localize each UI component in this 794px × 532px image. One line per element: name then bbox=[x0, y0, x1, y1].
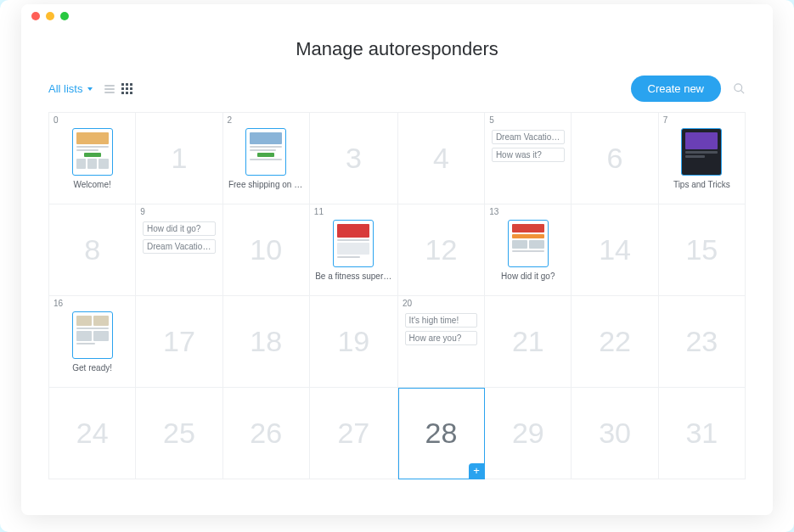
email-caption: How did it go? bbox=[501, 272, 555, 281]
window-titlebar bbox=[21, 4, 773, 28]
add-autoresponder-button[interactable]: + bbox=[469, 463, 484, 479]
day-cell-11[interactable]: 11 Be a fitness supers… bbox=[310, 204, 398, 296]
day-number: 30 bbox=[599, 417, 631, 450]
day-number: 28 bbox=[425, 417, 458, 450]
day-number: 6 bbox=[607, 142, 623, 175]
day-cell-4[interactable]: 4 bbox=[398, 113, 485, 204]
day-cell-5[interactable]: 5 Dream Vacatio… How was it? bbox=[485, 113, 572, 204]
day-number: 23 bbox=[685, 325, 718, 358]
day-number: 12 bbox=[425, 233, 458, 266]
email-caption: Welcome! bbox=[73, 180, 110, 189]
close-window-dot[interactable] bbox=[31, 12, 40, 20]
day-number: 10 bbox=[250, 233, 282, 266]
page-title: Manage autoresponders bbox=[21, 38, 773, 60]
minimize-window-dot[interactable] bbox=[46, 12, 54, 20]
grid-view-icon[interactable] bbox=[121, 83, 132, 94]
svg-line-1 bbox=[741, 90, 744, 93]
search-icon[interactable] bbox=[733, 82, 746, 95]
email-pill[interactable]: How was it? bbox=[492, 148, 565, 162]
day-index: 5 bbox=[489, 115, 494, 125]
day-number: 8 bbox=[84, 233, 100, 266]
day-number: 15 bbox=[685, 233, 718, 266]
email-thumbnail[interactable] bbox=[508, 220, 549, 267]
email-thumbnail[interactable] bbox=[681, 128, 722, 176]
day-cell-22[interactable]: 22 bbox=[572, 296, 658, 388]
email-pill[interactable]: It's high time! bbox=[405, 313, 478, 328]
day-cell-30[interactable]: 30 bbox=[572, 388, 658, 479]
day-cell-6[interactable]: 6 bbox=[572, 113, 658, 204]
day-number: 27 bbox=[337, 417, 369, 450]
day-cell-12[interactable]: 12 bbox=[398, 204, 485, 296]
autoresponder-calendar: 0 Welcome! 1 2 bbox=[48, 112, 746, 479]
email-pill[interactable]: Dream Vacatio… bbox=[492, 130, 565, 144]
day-number: 19 bbox=[337, 325, 369, 358]
day-cell-25[interactable]: 25 bbox=[136, 388, 222, 479]
day-index: 0 bbox=[53, 115, 59, 125]
day-number: 4 bbox=[433, 142, 449, 175]
day-cell-10[interactable]: 10 bbox=[223, 204, 310, 296]
day-index: 20 bbox=[403, 299, 412, 308]
maximize-window-dot[interactable] bbox=[60, 12, 69, 20]
day-number: 29 bbox=[512, 417, 544, 450]
day-cell-19[interactable]: 19 bbox=[310, 296, 398, 388]
email-thumbnail[interactable] bbox=[72, 128, 113, 176]
day-index: 13 bbox=[489, 207, 498, 216]
day-index: 7 bbox=[663, 115, 668, 125]
email-pill[interactable]: How are you? bbox=[405, 331, 478, 345]
day-index: 9 bbox=[140, 207, 145, 216]
day-cell-8[interactable]: 8 bbox=[49, 204, 136, 296]
day-cell-20[interactable]: 20 It's high time! How are you? bbox=[398, 296, 485, 388]
list-view-icon[interactable] bbox=[104, 85, 115, 93]
day-number: 14 bbox=[599, 233, 631, 266]
day-number: 18 bbox=[250, 325, 282, 358]
email-pill[interactable]: Dream Vacatio… bbox=[143, 239, 216, 254]
view-toggle-group bbox=[104, 83, 132, 94]
day-number: 3 bbox=[346, 142, 362, 175]
email-thumbnail[interactable] bbox=[245, 128, 286, 176]
svg-point-0 bbox=[735, 84, 742, 92]
day-number: 17 bbox=[163, 325, 195, 358]
day-cell-17[interactable]: 17 bbox=[136, 296, 222, 388]
day-cell-28-selected[interactable]: 28 + bbox=[398, 388, 485, 479]
day-cell-16[interactable]: 16 Get ready! bbox=[49, 296, 136, 388]
chevron-down-icon bbox=[87, 87, 93, 91]
day-cell-26[interactable]: 26 bbox=[223, 388, 310, 479]
day-index: 11 bbox=[314, 207, 324, 216]
list-filter-dropdown[interactable]: All lists bbox=[48, 82, 93, 95]
day-number: 1 bbox=[171, 142, 187, 175]
day-cell-14[interactable]: 14 bbox=[572, 204, 658, 296]
day-cell-1[interactable]: 1 bbox=[136, 113, 222, 204]
email-thumbnail[interactable] bbox=[72, 311, 113, 359]
day-number: 26 bbox=[250, 417, 282, 450]
email-thumbnail[interactable] bbox=[333, 220, 374, 267]
list-filter-label: All lists bbox=[48, 82, 82, 95]
day-cell-31[interactable]: 31 bbox=[659, 388, 746, 479]
day-cell-18[interactable]: 18 bbox=[223, 296, 310, 388]
toolbar: All lists Create new bbox=[21, 76, 773, 112]
create-new-button[interactable]: Create new bbox=[631, 76, 721, 102]
day-cell-29[interactable]: 29 bbox=[485, 388, 572, 479]
email-caption: Be a fitness supers… bbox=[315, 272, 391, 281]
email-pill[interactable]: How did it go? bbox=[143, 221, 216, 236]
day-cell-0[interactable]: 0 Welcome! bbox=[49, 113, 136, 204]
day-cell-2[interactable]: 2 Free shipping on o… bbox=[223, 113, 310, 204]
day-cell-21[interactable]: 21 bbox=[485, 296, 572, 388]
day-cell-23[interactable]: 23 bbox=[659, 296, 746, 388]
day-cell-27[interactable]: 27 bbox=[310, 388, 398, 479]
day-index: 16 bbox=[53, 299, 63, 308]
day-number: 22 bbox=[599, 325, 631, 358]
email-caption: Get ready! bbox=[72, 363, 112, 372]
email-caption: Free shipping on o… bbox=[228, 180, 304, 189]
day-cell-3[interactable]: 3 bbox=[310, 113, 398, 204]
app-window: Manage autoresponders All lists Create n… bbox=[21, 4, 773, 515]
day-number: 25 bbox=[163, 417, 195, 450]
day-cell-7[interactable]: 7 Tips and Tricks bbox=[659, 113, 746, 204]
day-number: 21 bbox=[512, 325, 544, 358]
day-number: 24 bbox=[76, 417, 109, 450]
day-cell-9[interactable]: 9 How did it go? Dream Vacatio… bbox=[136, 204, 222, 296]
day-cell-24[interactable]: 24 bbox=[49, 388, 136, 479]
day-index: 2 bbox=[228, 115, 233, 125]
day-cell-13[interactable]: 13 How did it go? bbox=[485, 204, 572, 296]
day-cell-15[interactable]: 15 bbox=[659, 204, 746, 296]
email-caption: Tips and Tricks bbox=[673, 180, 730, 189]
